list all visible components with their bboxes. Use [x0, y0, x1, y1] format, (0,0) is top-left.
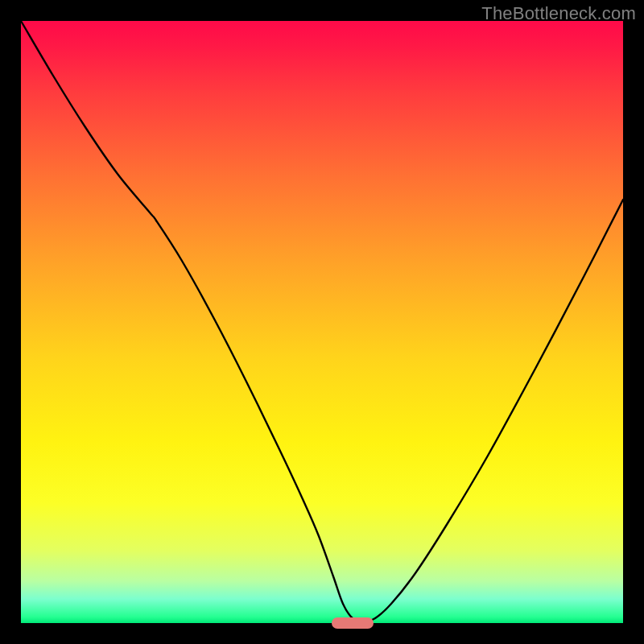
optimal-marker: [332, 617, 374, 629]
chart-plot-area: [21, 21, 623, 623]
watermark-text: TheBottleneck.com: [481, 3, 636, 24]
bottleneck-curve: [21, 21, 623, 623]
